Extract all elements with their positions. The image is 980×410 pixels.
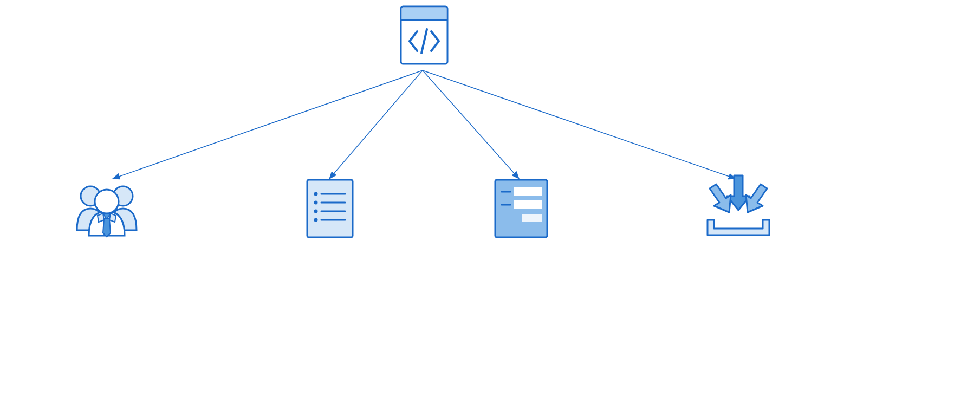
- connector-lines: [0, 0, 980, 410]
- svg-line-3: [423, 70, 519, 179]
- diagram-root: [0, 0, 980, 410]
- svg-line-2: [329, 70, 423, 179]
- svg-point-11: [95, 190, 119, 213]
- svg-point-19: [314, 210, 318, 213]
- svg-rect-25: [514, 187, 542, 196]
- svg-rect-27: [514, 200, 542, 209]
- form-icon: [494, 179, 548, 240]
- svg-rect-28: [522, 214, 542, 222]
- svg-rect-14: [307, 180, 353, 237]
- svg-rect-6: [402, 8, 446, 19]
- code-icon: [400, 5, 449, 67]
- svg-line-1: [113, 70, 423, 179]
- list-icon: [306, 179, 354, 240]
- svg-marker-13: [103, 219, 111, 237]
- svg-point-15: [314, 192, 318, 196]
- svg-point-21: [314, 218, 318, 222]
- svg-line-4: [423, 70, 736, 179]
- svg-point-17: [314, 201, 318, 205]
- users-icon: [72, 179, 142, 240]
- inbox-icon: [703, 172, 774, 240]
